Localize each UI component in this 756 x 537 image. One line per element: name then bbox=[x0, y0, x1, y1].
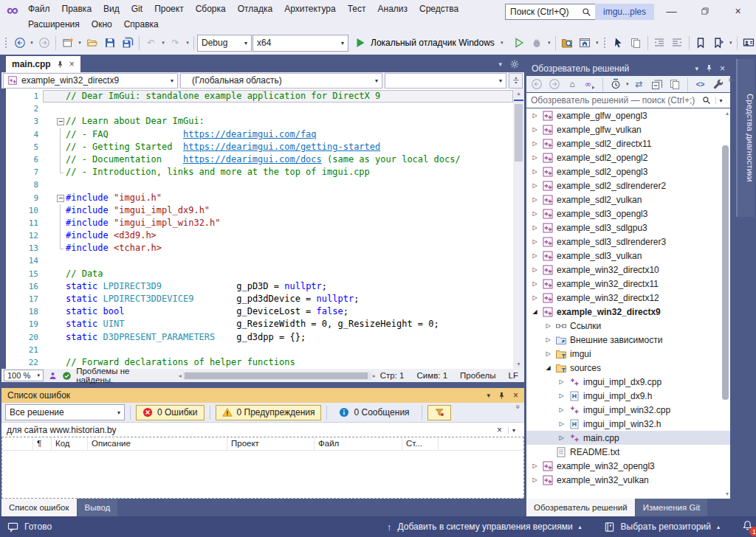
menu-item[interactable]: Правка bbox=[56, 4, 98, 14]
expander-collapsed-icon[interactable]: ▷ bbox=[531, 462, 539, 469]
tree-item[interactable]: ▷main.cpp bbox=[526, 431, 730, 445]
hscroll-thumb[interactable] bbox=[185, 373, 368, 379]
minimize-button[interactable]: — bbox=[655, 0, 688, 22]
expander-collapsed-icon[interactable]: ▷ bbox=[531, 112, 539, 119]
scroll-up-icon[interactable]: ▴ bbox=[726, 110, 729, 117]
view-code-button[interactable]: <> bbox=[693, 77, 708, 91]
error-list-header[interactable]: Список ошибок ▾ × bbox=[1, 388, 524, 403]
tree-item[interactable]: ▷example_win32_directx10 bbox=[526, 263, 730, 277]
tree-item[interactable]: ▷example_glfw_opengl3 bbox=[526, 108, 730, 122]
menu-item[interactable]: Проект bbox=[148, 4, 190, 14]
chevron-down-icon[interactable]: ▾ bbox=[29, 40, 35, 46]
chevron-down-icon[interactable]: ▾ bbox=[77, 40, 83, 46]
error-list-search-input[interactable]: для сайта www.historian.by × ▾ bbox=[1, 423, 524, 438]
pin-icon[interactable] bbox=[498, 392, 506, 400]
menu-item[interactable]: Отладка bbox=[232, 4, 278, 14]
navigate-forward-button[interactable] bbox=[35, 35, 52, 52]
copy-parallel-stacks-button[interactable] bbox=[628, 35, 645, 52]
expander-collapsed-icon[interactable]: ▷ bbox=[557, 434, 566, 441]
tree-item[interactable]: ▷example_sdl3_sdlgpu3 bbox=[526, 221, 730, 235]
pending-changes-filter-button[interactable] bbox=[608, 77, 623, 91]
tree-item[interactable]: ▷example_sdl2_directx11 bbox=[526, 136, 730, 150]
back-button[interactable] bbox=[529, 77, 544, 91]
project-dropdown[interactable]: example_win32_directx9 ▾ bbox=[3, 73, 178, 89]
toolbar-overflow-icon[interactable]: » bbox=[515, 405, 523, 409]
filter-button[interactable] bbox=[427, 405, 451, 420]
menu-item[interactable]: Тест bbox=[342, 4, 372, 14]
solution-configuration-combo[interactable]: Debug ▾ bbox=[197, 35, 252, 52]
search-options-chevron-icon[interactable]: ▾ bbox=[715, 97, 726, 104]
menu-item[interactable]: Окно bbox=[86, 19, 118, 30]
decrease-indent-button[interactable] bbox=[651, 35, 668, 52]
increase-indent-button[interactable] bbox=[669, 35, 686, 52]
menu-item[interactable]: Справка bbox=[118, 19, 165, 30]
toolbar-grip[interactable] bbox=[4, 37, 8, 49]
sync-with-active-document-button[interactable]: ⇄ bbox=[632, 77, 647, 91]
messages-filter-button[interactable]: 0 Сообщения bbox=[332, 405, 416, 420]
warnings-filter-button[interactable]: 0 Предупреждения bbox=[216, 405, 322, 420]
add-to-source-control-button[interactable]: ↑ Добавить в систему управления версиями… bbox=[387, 522, 582, 533]
chevron-down-icon[interactable]: ▾ bbox=[728, 40, 734, 46]
expander-collapsed-icon[interactable]: ▷ bbox=[544, 350, 552, 357]
solution-explorer-header[interactable]: Обозреватель решений ▾ × bbox=[526, 60, 730, 76]
tab-main-cpp[interactable]: main.cpp × bbox=[6, 56, 80, 72]
forward-button[interactable] bbox=[547, 77, 562, 91]
clear-search-icon[interactable]: × bbox=[497, 425, 502, 435]
menu-item[interactable]: Архитектура bbox=[278, 4, 342, 14]
tree-item[interactable]: ▷example_sdl2_opengl2 bbox=[526, 150, 730, 164]
expander-collapsed-icon[interactable]: ▷ bbox=[531, 210, 539, 217]
expander-collapsed-icon[interactable]: ▷ bbox=[531, 238, 539, 245]
member-dropdown[interactable]: ▾ bbox=[385, 73, 506, 89]
split-window-button[interactable] bbox=[509, 73, 523, 89]
open-file-button[interactable] bbox=[83, 35, 100, 52]
toggle-bookmark-button[interactable] bbox=[693, 35, 709, 52]
problems-status-label[interactable]: Проблемы не найдены. bbox=[76, 367, 155, 384]
tab-solution-explorer[interactable]: Обозреватель решений bbox=[526, 499, 635, 516]
tree-item[interactable]: ▷imgui_impl_dx9.cpp bbox=[526, 375, 730, 389]
feedback-icon[interactable] bbox=[7, 522, 18, 533]
tree-item[interactable]: ▷imgui_impl_win32.cpp bbox=[526, 403, 730, 417]
select-element-button[interactable] bbox=[610, 35, 627, 52]
properties-button[interactable] bbox=[711, 77, 726, 91]
column-header[interactable]: Файл bbox=[315, 437, 402, 450]
spaces-indicator[interactable]: Пробелы bbox=[460, 371, 496, 380]
find-in-files-button[interactable] bbox=[559, 35, 576, 52]
tab-list-chevron-icon[interactable]: ▾ bbox=[498, 60, 502, 68]
scope-filter-combo[interactable]: Все решение ▾ bbox=[5, 404, 125, 420]
expander-expanded-icon[interactable]: ◢ bbox=[544, 364, 552, 371]
code-editor[interactable]: 1// Dear ImGui: standalone example appli… bbox=[6, 89, 524, 369]
chevron-down-icon[interactable]: ▾ bbox=[185, 40, 190, 46]
expander-collapsed-icon[interactable]: ▷ bbox=[531, 266, 539, 273]
expander-collapsed-icon[interactable]: ▷ bbox=[531, 168, 539, 175]
tree-item[interactable]: ▷example_win32_vulkan bbox=[526, 473, 730, 487]
hscroll-track[interactable] bbox=[183, 372, 371, 380]
tree-item[interactable]: ▷example_sdl3_vulkan bbox=[526, 249, 730, 263]
expander-collapsed-icon[interactable]: ▷ bbox=[531, 477, 539, 483]
tab-output[interactable]: Вывод bbox=[78, 499, 118, 516]
code-link[interactable]: https://dearimgui.com/docs bbox=[183, 154, 322, 164]
column-header[interactable]: Проект bbox=[227, 437, 315, 450]
tab-diagnostic-tools[interactable]: Средства диагностики bbox=[736, 59, 755, 217]
tree-item[interactable]: ▷example_sdl2_vulkan bbox=[526, 193, 730, 207]
restore-button[interactable] bbox=[688, 0, 721, 22]
expander-collapsed-icon[interactable]: ▷ bbox=[544, 336, 552, 343]
errors-filter-button[interactable]: 0 Ошибки bbox=[136, 405, 205, 420]
next-bookmark-button[interactable] bbox=[710, 35, 727, 52]
notifications-button[interactable]: 1 bbox=[742, 520, 753, 533]
expander-collapsed-icon[interactable]: ▷ bbox=[531, 224, 539, 231]
expander-collapsed-icon[interactable]: ▷ bbox=[531, 154, 539, 161]
menu-item[interactable]: Анализ bbox=[372, 4, 414, 14]
expander-collapsed-icon[interactable]: ▷ bbox=[531, 140, 539, 147]
switch-views-button[interactable]: ∞ bbox=[583, 77, 597, 91]
tree-item[interactable]: ▷imgui_impl_win32.h bbox=[526, 417, 730, 431]
close-button[interactable]: × bbox=[721, 0, 755, 22]
code-link[interactable]: https://dearimgui.com/faq bbox=[183, 129, 317, 139]
chevron-down-icon[interactable]: ▾ bbox=[546, 40, 552, 46]
start-debugging-button[interactable]: Локальный отладчик Windows ▾ bbox=[349, 34, 510, 52]
close-icon[interactable]: × bbox=[513, 390, 518, 401]
live-share-status-icon[interactable] bbox=[48, 371, 58, 381]
new-project-button[interactable] bbox=[59, 35, 76, 52]
tree-item[interactable]: ◢example_win32_directx9 bbox=[526, 305, 730, 319]
line-ending-indicator[interactable]: LF bbox=[509, 371, 518, 380]
expander-collapsed-icon[interactable]: ▷ bbox=[557, 392, 566, 399]
